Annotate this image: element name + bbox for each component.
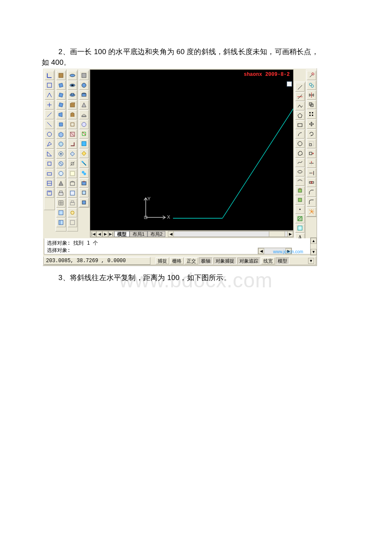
render-tool-icon[interactable] [79, 71, 89, 80]
solid-tool-icon[interactable] [68, 90, 77, 100]
view-tool-icon[interactable] [56, 120, 66, 129]
ortho-toggle[interactable]: 正交 [184, 257, 198, 264]
render-tool-icon[interactable] [79, 159, 89, 168]
grid-toggle[interactable]: 栅格 [170, 257, 184, 264]
render-tool-icon[interactable] [79, 100, 89, 110]
ucs-tool-icon[interactable] [45, 159, 54, 168]
fillet-tool-icon[interactable] [307, 197, 316, 207]
ucs-tool-icon[interactable] [45, 130, 54, 139]
view-tool-icon[interactable] [56, 188, 66, 198]
scroll-left-icon[interactable]: ◀ [168, 231, 174, 237]
solid-tool-icon[interactable] [68, 198, 77, 208]
otrack-toggle[interactable]: 对象追踪 [237, 257, 260, 264]
lineweight-toggle[interactable]: 线宽 [261, 257, 275, 264]
copy-tool-icon[interactable] [307, 81, 316, 90]
insert-block-tool-icon[interactable] [295, 186, 305, 195]
view-tool-icon[interactable] [56, 139, 66, 149]
ucs-tool-icon[interactable] [45, 90, 54, 100]
solid-tool-icon[interactable] [68, 100, 77, 110]
render-tool-icon[interactable] [79, 139, 89, 148]
region-tool-icon[interactable] [295, 224, 305, 233]
point-tool-icon[interactable] [295, 205, 305, 214]
ellipse-tool-icon[interactable] [295, 168, 305, 176]
move-tool-icon[interactable] [307, 119, 316, 129]
render-tool-icon[interactable] [79, 178, 89, 188]
panel-collapse-icon[interactable] [287, 81, 292, 87]
render-tool-icon[interactable] [79, 149, 89, 158]
view-tool-icon[interactable] [56, 71, 66, 80]
break-tool-icon[interactable] [307, 178, 316, 187]
polar-toggle[interactable]: 极轴 [199, 257, 213, 264]
revcloud-tool-icon[interactable] [295, 148, 305, 157]
make-block-tool-icon[interactable] [295, 196, 305, 205]
scroll-right-icon[interactable]: ▶ [287, 231, 293, 237]
status-expand-icon[interactable]: ▼ [308, 258, 314, 264]
rectangle-tool-icon[interactable] [295, 120, 305, 129]
solid-tool-icon[interactable] [68, 218, 77, 227]
circle-tool-icon[interactable] [295, 139, 305, 148]
arc-tool-icon[interactable] [295, 130, 305, 139]
hatch-tool-icon[interactable] [295, 214, 305, 223]
tab-nav-next-icon[interactable]: ▶ [102, 231, 108, 237]
solid-tool-icon[interactable] [68, 159, 77, 168]
view-tool-icon[interactable] [56, 179, 66, 188]
ucs-tool-icon[interactable] [45, 120, 54, 129]
view-tool-icon[interactable] [56, 90, 66, 100]
solid-tool-icon[interactable] [68, 81, 77, 90]
render-tool-icon[interactable] [79, 81, 89, 90]
line-tool-icon[interactable] [295, 83, 305, 92]
render-tool-icon[interactable] [79, 188, 89, 197]
osnap-toggle[interactable]: 对象捕捉 [213, 257, 236, 264]
render-tool-icon[interactable] [79, 120, 89, 129]
scroll-up-icon[interactable]: ▲ [311, 238, 317, 244]
stretch-tool-icon[interactable] [307, 149, 316, 158]
view-tool-icon[interactable] [56, 130, 66, 139]
view-tool-icon[interactable] [56, 218, 66, 227]
construction-line-tool-icon[interactable] [295, 92, 305, 101]
scroll-left-icon[interactable]: ◀ [258, 248, 264, 254]
mirror-tool-icon[interactable] [307, 90, 316, 100]
solid-tool-icon[interactable] [68, 179, 77, 188]
solid-tool-icon[interactable] [68, 188, 77, 198]
solid-tool-icon[interactable] [68, 110, 77, 119]
solid-tool-icon[interactable] [68, 130, 77, 139]
solid-tool-icon[interactable] [68, 149, 77, 159]
view-tool-icon[interactable] [56, 149, 66, 159]
modelspace-toggle[interactable]: 模型 [276, 257, 289, 264]
erase-tool-icon[interactable] [307, 71, 316, 80]
ucs-tool-icon[interactable] [45, 71, 54, 80]
ucs-tool-icon[interactable] [45, 169, 54, 178]
solid-tool-icon[interactable] [68, 208, 77, 217]
spline-tool-icon[interactable] [295, 158, 305, 167]
command-vscrollbar[interactable]: ▲ ▼ [310, 237, 317, 255]
offset-tool-icon[interactable] [307, 100, 316, 110]
scale-tool-icon[interactable] [307, 139, 316, 148]
polyline-tool-icon[interactable] [295, 101, 305, 110]
ucs-tool-icon[interactable] [45, 81, 54, 90]
layout2-tab[interactable]: 布局2 [147, 231, 165, 237]
tab-nav-first-icon[interactable]: |◀ [90, 231, 96, 237]
ucs-tool-icon[interactable] [45, 179, 54, 188]
render-tool-icon[interactable] [79, 90, 89, 100]
explode-tool-icon[interactable] [307, 207, 316, 217]
ucs-tool-icon[interactable] [45, 149, 54, 159]
solid-tool-icon[interactable] [68, 120, 77, 129]
view-tool-icon[interactable] [56, 81, 66, 90]
array-tool-icon[interactable] [307, 110, 316, 119]
render-tool-icon[interactable] [79, 198, 89, 207]
trim-tool-icon[interactable] [307, 159, 316, 168]
ellipse-arc-tool-icon[interactable] [295, 177, 305, 186]
view-tool-icon[interactable] [56, 169, 66, 178]
layout1-tab[interactable]: 布局1 [130, 231, 147, 237]
extend-tool-icon[interactable] [307, 168, 316, 178]
model-tab[interactable]: 模型 [114, 231, 130, 237]
chamfer-tool-icon[interactable] [307, 188, 316, 197]
ucs-tool-icon[interactable] [45, 110, 54, 119]
view-tool-icon[interactable] [56, 110, 66, 119]
tab-nav-last-icon[interactable]: ▶| [108, 231, 114, 237]
render-tool-icon[interactable] [79, 130, 89, 139]
solid-tool-icon[interactable] [68, 71, 77, 80]
viewport-hscrollbar[interactable]: ◀ ▶ [168, 231, 293, 237]
view-tool-icon[interactable] [56, 198, 66, 208]
render-tool-icon[interactable] [79, 110, 89, 119]
